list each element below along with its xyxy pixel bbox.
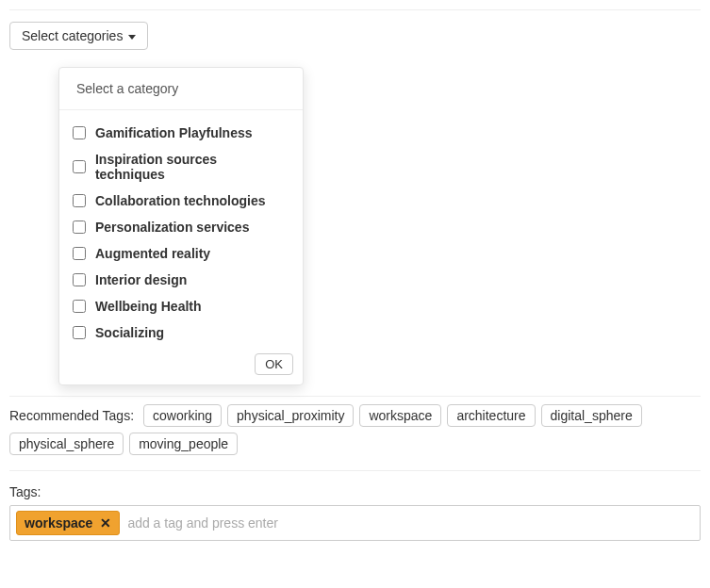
dropdown-footer: OK <box>59 350 303 377</box>
divider-top <box>9 9 701 10</box>
dropdown-header: Select a category <box>59 68 303 110</box>
tag-chip-text: workspace <box>25 515 92 531</box>
category-option[interactable]: Wellbeing Health <box>59 293 303 319</box>
category-label: Augmented reality <box>95 246 210 261</box>
category-checkbox[interactable] <box>73 326 86 339</box>
category-checkbox[interactable] <box>73 247 86 260</box>
recommended-tag[interactable]: workspace <box>359 404 441 427</box>
ok-button[interactable]: OK <box>255 353 293 375</box>
tags-input-container[interactable]: workspace ✕ <box>9 505 701 541</box>
select-categories-label: Select categories <box>22 28 123 43</box>
remove-tag-icon[interactable]: ✕ <box>100 516 111 530</box>
recommended-tag[interactable]: physical_sphere <box>9 433 124 455</box>
dropdown-area: Select a category Gamification Playfulne… <box>9 67 701 397</box>
recommended-tag[interactable]: architecture <box>447 404 535 427</box>
category-label: Socializing <box>95 325 164 340</box>
category-label: Interior design <box>95 272 187 287</box>
tags-label: Tags: <box>9 484 701 499</box>
recommended-tag[interactable]: moving_people <box>129 433 238 455</box>
recommended-tag[interactable]: physical_proximity <box>227 404 354 427</box>
recommended-tags-row: Recommended Tags: coworking physical_pro… <box>9 397 701 457</box>
category-label: Inspiration sources techniques <box>95 152 289 182</box>
caret-down-icon <box>128 35 136 40</box>
recommended-tag[interactable]: coworking <box>143 404 222 427</box>
category-checkbox[interactable] <box>73 273 86 286</box>
category-checkbox[interactable] <box>73 300 86 313</box>
category-label: Gamification Playfulness <box>95 125 253 140</box>
category-option[interactable]: Augmented reality <box>59 240 303 267</box>
category-checkbox[interactable] <box>73 220 86 234</box>
category-dropdown: Select a category Gamification Playfulne… <box>58 67 304 385</box>
category-option[interactable]: Socializing <box>59 319 303 346</box>
category-checkbox[interactable] <box>73 126 86 139</box>
category-option[interactable]: Gamification Playfulness <box>59 120 303 146</box>
category-label: Wellbeing Health <box>95 299 202 314</box>
category-checkbox[interactable] <box>73 160 86 173</box>
recommended-tag[interactable]: digital_sphere <box>541 404 642 427</box>
dropdown-list: Gamification Playfulness Inspiration sou… <box>59 110 303 350</box>
tag-input[interactable] <box>125 512 694 534</box>
tag-chip: workspace ✕ <box>16 511 120 535</box>
category-option[interactable]: Interior design <box>59 267 303 293</box>
category-checkbox[interactable] <box>73 194 86 207</box>
divider-tags <box>9 470 701 471</box>
select-categories-button[interactable]: Select categories <box>9 22 148 50</box>
category-option[interactable]: Inspiration sources techniques <box>59 146 303 188</box>
category-option[interactable]: Collaboration technologies <box>59 188 303 214</box>
category-label: Personalization services <box>95 220 249 235</box>
recommended-tags-label: Recommended Tags: <box>9 408 134 423</box>
tags-section: Tags: workspace ✕ <box>9 479 701 541</box>
category-option[interactable]: Personalization services <box>59 214 303 240</box>
category-label: Collaboration technologies <box>95 193 265 208</box>
